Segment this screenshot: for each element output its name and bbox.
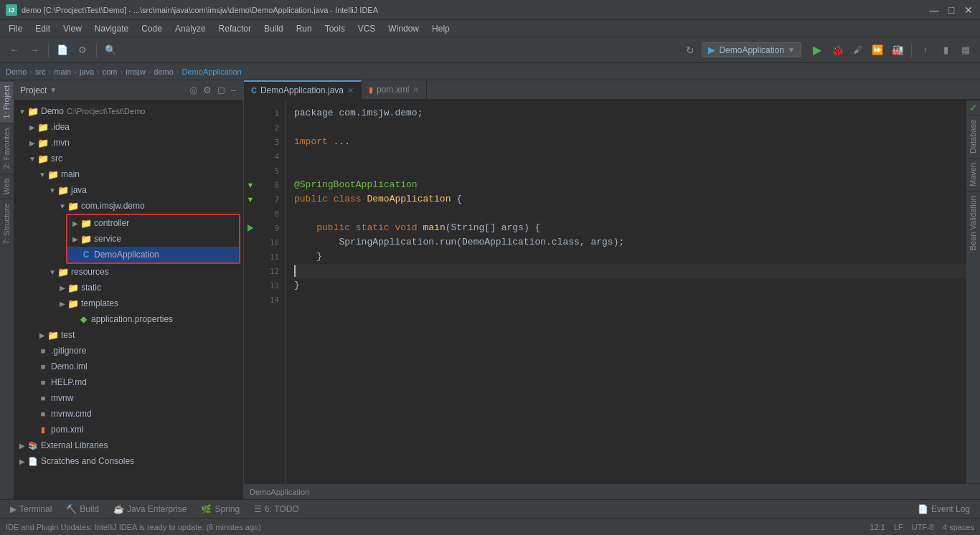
build-button[interactable]: 🏭	[889, 42, 906, 59]
arrow-main: ▼	[37, 169, 47, 179]
folder-icon-src: 📁	[37, 153, 49, 164]
bottom-tab-event-log[interactable]: 📄 Event Log	[913, 503, 974, 516]
minimize-button[interactable]: —	[928, 4, 940, 16]
tree-item-resources[interactable]: ▼ 📁 resources	[14, 264, 243, 280]
window-controls[interactable]: — □ ✕	[928, 4, 974, 16]
label-demoliml: Demo.iml	[51, 361, 88, 371]
left-sidebar-tabs: 1: Project 2: Favorites Web 7: Structure	[0, 80, 14, 499]
menu-refactor[interactable]: Refactor	[213, 22, 257, 35]
run-config-dropdown[interactable]: ▶ DemoApplication ▼	[702, 42, 801, 57]
code-line-3: import ...	[294, 135, 966, 149]
panel-close-btn[interactable]: –	[230, 83, 237, 97]
menu-build[interactable]: Build	[258, 22, 289, 35]
run-gutter-9[interactable]	[248, 224, 253, 232]
bc-demo2[interactable]: demo	[154, 67, 174, 76]
bc-src[interactable]: src	[35, 67, 46, 76]
project-structure-button[interactable]: 📄	[54, 42, 71, 59]
menu-window[interactable]: Window	[382, 22, 425, 35]
maximize-button[interactable]: □	[946, 4, 957, 16]
bc-demo[interactable]: Demo	[6, 67, 27, 76]
right-panel-maven[interactable]: Maven	[966, 158, 980, 191]
tree-item-service[interactable]: ▶ 📁 service	[67, 231, 239, 247]
tree-item-mvnwcmd[interactable]: ▶ ■ mvnw.cmd	[14, 406, 243, 422]
coverage-button[interactable]: 🖌	[849, 42, 866, 59]
bottom-tab-spring[interactable]: 🌿 Spring	[197, 503, 244, 516]
tree-item-gitignore[interactable]: ▶ ■ .gitignore	[14, 343, 243, 359]
tree-item-scratches[interactable]: ▶ 📄 Scratches and Consoles	[14, 453, 243, 469]
project-panel: Project ▼ ◎ ⚙ ◻ – ▼ 📁 Demo C:\Procject\T…	[14, 80, 244, 499]
bottom-tab-build[interactable]: 🔨 Build	[62, 503, 103, 516]
bottom-tab-java-enterprise[interactable]: ☕ Java Enterprise	[109, 503, 191, 516]
arrow-pkg: ▼	[57, 201, 67, 211]
tree-item-mvn[interactable]: ▶ 📁 .mvn	[14, 135, 243, 151]
sidebar-tab-web[interactable]: Web	[0, 174, 14, 199]
tree-item-extlibs[interactable]: ▶ 📚 External Libraries	[14, 437, 243, 453]
tree-item-controller[interactable]: ▶ 📁 controller	[67, 215, 239, 231]
layout-button[interactable]: ▦	[957, 42, 974, 59]
search-button[interactable]: 🔍	[102, 42, 119, 59]
tree-item-static[interactable]: ▶ 📁 static	[14, 280, 243, 295]
bc-com[interactable]: com	[103, 67, 118, 76]
menu-vcs[interactable]: VCS	[352, 22, 382, 35]
gutter-3	[244, 135, 257, 149]
tree-item-demoapplication[interactable]: ▶ C DemoApplication	[67, 247, 239, 262]
tree-item-src[interactable]: ▼ 📁 src	[14, 151, 243, 166]
tree-item-test[interactable]: ▶ 📁 test	[14, 327, 243, 343]
app-icon: IJ	[6, 4, 17, 16]
panel-settings-btn[interactable]: ⚙	[202, 83, 213, 97]
tree-item-idea[interactable]: ▶ 📁 .idea	[14, 119, 243, 135]
debug-button[interactable]: 🐞	[829, 42, 846, 59]
linenum-3: 3	[257, 135, 285, 149]
panel-locate-btn[interactable]: ◎	[188, 83, 199, 97]
sidebar-tab-favorites[interactable]: 2: Favorites	[0, 123, 14, 173]
sync-button[interactable]: ↻	[682, 42, 699, 59]
menu-tools[interactable]: Tools	[319, 22, 351, 35]
menu-run[interactable]: Run	[291, 22, 318, 35]
label-main: main	[61, 169, 80, 179]
close-button[interactable]: ✕	[963, 4, 974, 16]
menu-file[interactable]: File	[3, 22, 28, 35]
folder-icon-idea: 📁	[37, 121, 49, 133]
tree-item-demo[interactable]: ▼ 📁 Demo C:\Procject\Test\Demo	[14, 103, 243, 119]
sidebar-tab-structure[interactable]: 7: Structure	[0, 199, 14, 249]
tree-item-pomxml[interactable]: ▶ ▮ pom.xml	[14, 422, 243, 437]
spring-icon-7: ▼	[247, 195, 255, 204]
tree-item-templates[interactable]: ▶ 📁 templates	[14, 295, 243, 311]
bottom-tab-terminal[interactable]: ▶ Terminal	[6, 503, 56, 516]
bc-java[interactable]: java	[80, 67, 94, 76]
menu-navigate[interactable]: Navigate	[89, 22, 134, 35]
tab-close-pomxml[interactable]: ✕	[413, 85, 419, 95]
update-button[interactable]: ↑	[917, 42, 934, 59]
tab-close-demoapplication[interactable]: ✕	[347, 86, 354, 95]
profile-button[interactable]: ⏩	[869, 42, 886, 59]
tab-pomxml-label: pom.xml	[377, 85, 409, 95]
right-panel-bean-validation[interactable]: Bean Validation	[966, 191, 980, 255]
terminal-button[interactable]: ▮	[937, 42, 954, 59]
bottom-tab-todo[interactable]: ☰ 6: TODO	[250, 503, 303, 516]
tree-item-java[interactable]: ▼ 📁 java	[14, 182, 243, 198]
menu-edit[interactable]: Edit	[29, 22, 56, 35]
tree-item-main[interactable]: ▼ 📁 main	[14, 166, 243, 182]
tree-item-demoliml[interactable]: ▶ ■ Demo.iml	[14, 359, 243, 374]
tab-xml-icon: ▮	[369, 85, 373, 95]
right-panel-database[interactable]: Database	[966, 115, 980, 158]
menu-view[interactable]: View	[57, 22, 88, 35]
tree-item-appprops[interactable]: ▶ ◆ application.properties	[14, 311, 243, 327]
tree-item-helpmd[interactable]: ▶ ■ HELP.md	[14, 374, 243, 390]
menu-code[interactable]: Code	[136, 22, 168, 35]
settings-button[interactable]: ⚙	[74, 42, 91, 59]
bc-imsjw[interactable]: imsjw	[126, 67, 146, 76]
panel-expand-btn[interactable]: ◻	[216, 83, 227, 97]
tab-demoapplication[interactable]: C DemoApplication.java ✕	[244, 80, 362, 99]
back-button[interactable]: ←	[6, 42, 23, 59]
tree-item-pkg[interactable]: ▼ 📁 com.imsjw.demo	[14, 198, 243, 214]
sidebar-tab-project[interactable]: 1: Project	[0, 80, 14, 123]
forward-button[interactable]: →	[26, 42, 43, 59]
tab-pomxml[interactable]: ▮ pom.xml ✕	[362, 80, 427, 99]
bc-main[interactable]: main	[54, 67, 71, 76]
menu-help[interactable]: Help	[426, 22, 456, 35]
run-button[interactable]: ▶	[809, 42, 826, 59]
code-content[interactable]: package com.imsjw.demo; import ... @Spri…	[286, 100, 966, 483]
menu-analyze[interactable]: Analyze	[169, 22, 212, 35]
tree-item-mvnw[interactable]: ▶ ■ mvnw	[14, 390, 243, 406]
